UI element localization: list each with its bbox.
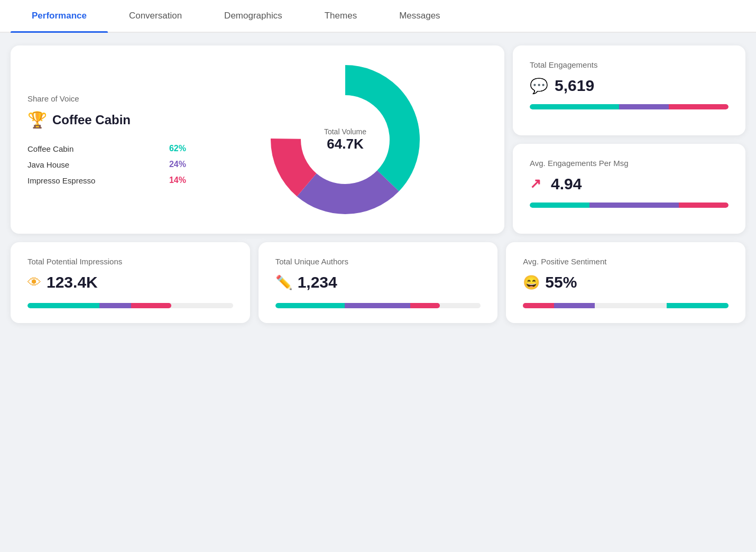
avg-engagements-progress-bar <box>530 203 729 208</box>
impressions-progress-bar <box>27 303 233 308</box>
avg-engagements-value: 4.94 <box>551 175 582 193</box>
sov-brand-row: 🏆 Coffee Cabin <box>27 111 186 129</box>
engagements-value: 5,619 <box>555 77 594 95</box>
sov-item-pct: 14% <box>169 176 186 185</box>
sentiment-negative-fill <box>523 303 554 308</box>
smile-icon: 😄 <box>523 274 540 291</box>
sov-item-pct: 24% <box>169 160 186 169</box>
avg-engagements-value-row: ↗ 4.94 <box>530 175 729 193</box>
donut-center: Total Volume 64.7K <box>324 127 366 152</box>
main-content: Share of Voice 🏆 Coffee Cabin Coffee Cab… <box>0 33 756 336</box>
donut-chart-wrap: Total Volume 64.7K <box>203 60 487 219</box>
eye-icon: 👁 <box>27 274 41 291</box>
nav-tabs: Performance Conversation Demographics Th… <box>0 0 756 33</box>
tab-conversation[interactable]: Conversation <box>108 0 203 32</box>
right-column: Total Engagements 💬 5,619 Avg. Engagemen… <box>513 45 745 234</box>
tab-performance[interactable]: Performance <box>11 0 108 32</box>
sov-item-pct: 62% <box>169 144 186 153</box>
sentiment-label: Avg. Positive Sentiment <box>523 257 729 266</box>
sov-item-java-house: Java House 24% <box>27 160 186 169</box>
donut-total-label: Total Volume <box>324 127 366 136</box>
sov-items-list: Coffee Cabin 62% Java House 24% Impresso… <box>27 144 186 185</box>
tab-demographics[interactable]: Demographics <box>203 0 303 32</box>
sentiment-positive-fill <box>667 303 729 308</box>
avg-engagements-label: Avg. Engagements Per Msg <box>530 159 729 168</box>
authors-value-row: ✏️ 1,234 <box>275 273 481 291</box>
engagements-progress-bar <box>530 104 729 109</box>
donut-chart: Total Volume 64.7K <box>266 60 425 219</box>
sentiment-value: 55% <box>545 273 577 291</box>
engagements-bar-fill <box>530 104 729 109</box>
authors-bar-fill <box>275 303 440 308</box>
avg-engagements-bar-fill <box>530 203 729 208</box>
impressions-bar-fill <box>27 303 171 308</box>
sov-item-coffee-cabin: Coffee Cabin 62% <box>27 144 186 153</box>
sov-item-name: Coffee Cabin <box>27 144 73 153</box>
sov-brand-name: Coffee Cabin <box>52 113 131 127</box>
authors-label: Total Unique Authors <box>275 257 481 266</box>
sov-left-panel: Share of Voice 🏆 Coffee Cabin Coffee Cab… <box>27 94 186 185</box>
authors-progress-bar <box>275 303 481 308</box>
total-engagements-card: Total Engagements 💬 5,619 <box>513 45 745 135</box>
engagements-value-row: 💬 5,619 <box>530 77 729 95</box>
sov-label: Share of Voice <box>27 94 186 103</box>
authors-card: Total Unique Authors ✏️ 1,234 <box>259 242 498 323</box>
top-row: Share of Voice 🏆 Coffee Cabin Coffee Cab… <box>11 45 745 234</box>
sentiment-value-row: 😄 55% <box>523 273 729 291</box>
tab-messages[interactable]: Messages <box>378 0 461 32</box>
arrow-up-icon: ↗ <box>530 177 545 191</box>
impressions-value-row: 👁 123.4K <box>27 273 233 291</box>
trophy-icon: 🏆 <box>27 111 47 129</box>
bottom-row: Total Potential Impressions 👁 123.4K Tot… <box>11 242 745 323</box>
sentiment-card: Avg. Positive Sentiment 😄 55% <box>506 242 745 323</box>
engagements-label: Total Engagements <box>530 60 729 69</box>
share-of-voice-card: Share of Voice 🏆 Coffee Cabin Coffee Cab… <box>11 45 504 234</box>
donut-total-value: 64.7K <box>324 136 366 152</box>
tab-themes[interactable]: Themes <box>303 0 378 32</box>
authors-value: 1,234 <box>298 273 337 291</box>
pencil-icon: ✏️ <box>275 274 292 291</box>
sov-item-name: Impresso Espresso <box>27 176 95 185</box>
sentiment-gap-fill <box>595 303 667 308</box>
chat-bubble-icon: 💬 <box>530 77 548 95</box>
sentiment-bar <box>523 303 729 308</box>
impressions-card: Total Potential Impressions 👁 123.4K <box>11 242 250 323</box>
avg-engagements-card: Avg. Engagements Per Msg ↗ 4.94 <box>513 144 745 234</box>
sentiment-neutral-fill <box>554 303 595 308</box>
impressions-label: Total Potential Impressions <box>27 257 233 266</box>
sov-item-name: Java House <box>27 160 69 169</box>
impressions-value: 123.4K <box>47 273 98 291</box>
sov-item-impresso: Impresso Espresso 14% <box>27 176 186 185</box>
